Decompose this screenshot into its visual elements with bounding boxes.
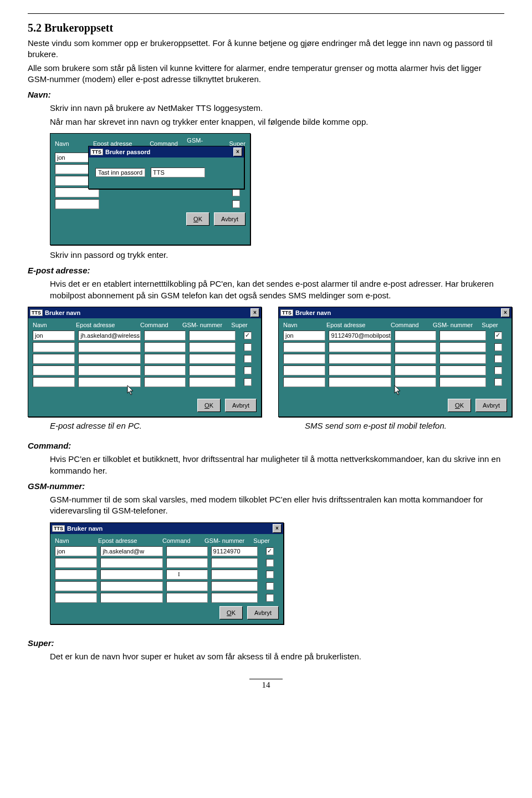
table-row: I [55, 570, 279, 580]
table-row: jon jh.askeland@w 91124970 ✓ [55, 546, 279, 556]
caption-epost-pc: E-post adresse til en PC. [50, 420, 283, 431]
dialog-bruker-navn-epost-mobil: TTS Bruker navn × Navn Epost adresse Com… [278, 307, 512, 417]
col-epost: Epost adresse [76, 322, 137, 328]
col-super: Super [252, 537, 271, 544]
epost-input[interactable]: 91124970@mobilpost.no [329, 331, 391, 340]
paragraph-intro-2: Alle som brukere som står på listen vil … [28, 63, 504, 85]
table-row [283, 354, 507, 364]
navn-input[interactable]: jon [33, 331, 75, 340]
caption-epost-mobil: SMS send som e-post til mobil telefon. [305, 420, 447, 431]
navn-text-2: Når man har skrevet inn navn og trykker … [50, 116, 504, 128]
epost-text: Hvis det er en etablert internetttilkobl… [50, 278, 504, 301]
cursor-icon [127, 385, 135, 395]
ok-button[interactable]: OK [448, 399, 471, 412]
cancel-button[interactable]: Avbryt [214, 212, 245, 226]
dialog-bruker-navn-epost-pc: TTS Bruker navn × Navn Epost adresse Com… [28, 307, 262, 417]
col-navn: Navn [55, 140, 90, 147]
close-icon[interactable]: × [501, 308, 510, 317]
epost-label: E-post adresse: [28, 265, 504, 276]
dialog-bruker-passord: TTS Bruker passord × Tast inn passord TT… [88, 146, 244, 189]
navn-label: Navn: [28, 89, 504, 100]
password-instruction: Skriv inn passord og trykk enter. [50, 250, 504, 261]
tts-icon: TTS [52, 525, 65, 532]
section-heading: 5.2 Brukeroppsett [28, 22, 504, 34]
dialog-bruker-navn-1: Navn Epost adresse Command GSM- nummer S… [50, 133, 250, 245]
dialog-title: Bruker navn [45, 309, 80, 316]
super-checkbox[interactable]: ✓ [266, 547, 274, 555]
close-icon[interactable]: × [273, 524, 282, 533]
section-number: 5.2 [28, 22, 42, 34]
col-gsm: GSM- nummer [433, 322, 477, 328]
super-checkbox[interactable] [232, 189, 240, 196]
col-navn: Navn [283, 322, 323, 328]
table-row [33, 354, 257, 364]
table-row [55, 581, 279, 591]
col-super: Super [230, 322, 249, 328]
table-row [283, 365, 507, 375]
dialog-title: Bruker navn [67, 525, 103, 532]
super-checkbox[interactable]: ✓ [244, 332, 252, 339]
close-icon[interactable]: × [233, 148, 242, 156]
col-epost: Epost adresse [326, 322, 387, 328]
command-input[interactable] [144, 331, 186, 340]
gsm-input[interactable] [189, 331, 236, 340]
table-row [55, 593, 279, 603]
navn-input[interactable] [55, 199, 99, 209]
ok-button[interactable]: OK [219, 606, 243, 619]
tts-icon: TTS [280, 309, 293, 316]
page-footer: 14 [28, 679, 504, 690]
cancel-button[interactable]: Avbryt [475, 399, 507, 412]
section-title: Brukeroppsett [44, 22, 113, 34]
close-icon[interactable]: × [250, 308, 259, 317]
navn-text-1: Skriv inn navn på brukere av NetMaker TT… [50, 103, 504, 114]
gsm-label: GSM-nummer: [28, 481, 504, 492]
col-navn: Navn [33, 322, 73, 328]
table-row [55, 558, 279, 568]
table-row [33, 342, 257, 352]
ok-button[interactable]: OK [186, 212, 209, 226]
epost-input[interactable]: jh.askeland@w [100, 546, 163, 556]
ok-button[interactable]: OK [197, 399, 221, 412]
col-command: Command [391, 322, 429, 328]
super-label: Super: [28, 638, 504, 649]
command-input[interactable] [166, 546, 208, 556]
col-gsm: GSM- nummer [204, 537, 249, 544]
cursor-icon [394, 385, 402, 395]
col-command: Command [140, 322, 179, 328]
table-row [33, 365, 257, 375]
page-number: 14 [262, 680, 270, 689]
password-input[interactable]: TTS [151, 167, 205, 177]
col-gsm: GSM- nummer [182, 322, 227, 328]
table-row [33, 377, 257, 387]
table-row: jon 91124970@mobilpost.no ✓ [283, 331, 507, 340]
navn-input[interactable]: jon [283, 331, 325, 340]
col-navn: Navn [55, 537, 95, 544]
dialog-title: Bruker passord [105, 149, 150, 155]
gsm-input[interactable] [439, 331, 486, 340]
table-row [283, 342, 507, 352]
navn-input[interactable]: jon [55, 546, 97, 556]
top-rule [28, 13, 504, 14]
gsm-input[interactable]: 91124970 [211, 546, 258, 556]
col-command: Command [162, 537, 201, 544]
password-label: Tast inn passord [95, 168, 145, 177]
command-text: Hvis PC'en er tilkoblet et butikknett, h… [50, 454, 504, 476]
table-row: jon jh.askeland@wireless.no ✓ [33, 331, 257, 340]
command-label: Command: [28, 440, 504, 451]
tts-icon: TTS [30, 309, 43, 316]
super-checkbox[interactable] [232, 200, 240, 208]
text-cursor-icon: I [178, 571, 180, 577]
super-checkbox[interactable]: ✓ [494, 332, 502, 339]
paragraph-intro-1: Neste vindu som kommer opp er brukeropps… [28, 38, 504, 60]
gsm-text: GSM-nummer til de som skal varsles, med … [50, 494, 504, 517]
super-text: Det er kun de navn hvor super er huket a… [50, 651, 504, 662]
col-super: Super [480, 322, 499, 328]
col-epost: Epost adresse [98, 537, 159, 544]
dialog-bruker-navn-gsm: TTS Bruker navn × Navn Epost adresse Com… [50, 522, 284, 624]
cancel-button[interactable]: Avbryt [225, 399, 257, 412]
cancel-button[interactable]: Avbryt [247, 606, 279, 619]
dialog-title: Bruker navn [295, 309, 331, 316]
epost-input[interactable]: jh.askeland@wireless.no [78, 331, 141, 340]
command-input[interactable] [395, 331, 436, 340]
tts-icon: TTS [90, 149, 103, 155]
